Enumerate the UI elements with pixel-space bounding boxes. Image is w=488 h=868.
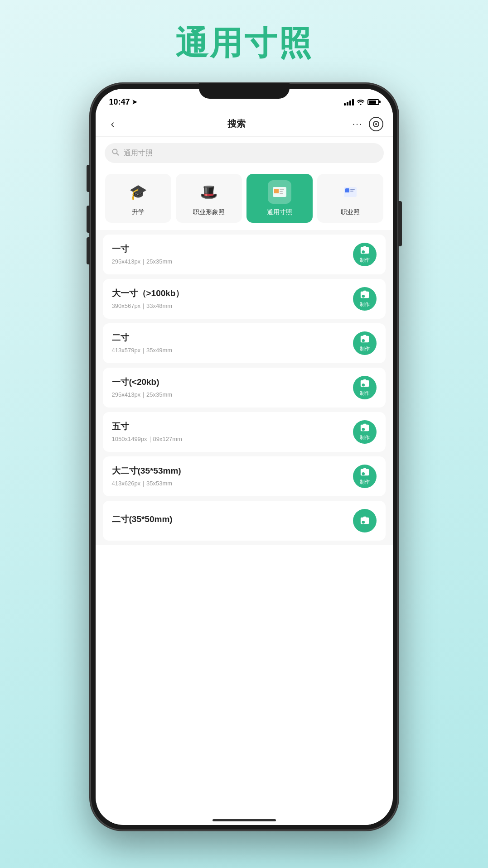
list-item-desc-4: 295x413px｜25x35mm — [112, 391, 353, 399]
list-item-desc-3: 413x579px｜35x49mm — [112, 346, 353, 355]
svg-point-1 — [375, 123, 377, 125]
category-label-school: 升学 — [132, 208, 145, 216]
battery-icon — [367, 99, 379, 105]
list-item[interactable]: 一寸 295x413px｜25x35mm 制作 — [103, 235, 386, 274]
list-item-info-3: 二寸 413x579px｜35x49mm — [112, 332, 353, 355]
list-item-title-4: 一寸(<20kb) — [112, 376, 353, 388]
camera-icon-2 — [360, 290, 370, 300]
list-item-desc-5: 1050x1499px｜89x127mm — [112, 435, 353, 443]
phone-screen: 10:47 ➤ — [96, 89, 393, 825]
svg-rect-7 — [280, 191, 283, 192]
camera-icon-4 — [360, 379, 370, 388]
svg-rect-12 — [350, 189, 355, 190]
make-button-7[interactable] — [353, 509, 377, 532]
phone-notch — [199, 83, 290, 99]
make-label-3: 制作 — [360, 345, 370, 352]
category-item-career-image[interactable]: 🎩 职业形象照 — [176, 174, 242, 223]
list-section: 一寸 295x413px｜25x35mm 制作 — [96, 230, 393, 545]
more-options-button[interactable]: ··· — [353, 119, 363, 129]
make-label-1: 制作 — [360, 257, 370, 264]
list-item-desc-2: 390x567px｜33x48mm — [112, 302, 353, 310]
make-button-2[interactable]: 制作 — [353, 287, 377, 311]
phone-shell: 10:47 ➤ — [90, 83, 398, 830]
list-item-info-4: 一寸(<20kb) 295x413px｜25x35mm — [112, 376, 353, 399]
school-icon: 🎓 — [129, 183, 147, 201]
category-label-professional: 职业照 — [341, 208, 360, 216]
svg-point-14 — [346, 189, 348, 191]
make-label-2: 制作 — [360, 301, 370, 308]
school-icon-wrap: 🎓 — [126, 180, 150, 204]
page-title: 通用寸照 — [175, 22, 313, 65]
list-item-info-5: 五寸 1050x1499px｜89x127mm — [112, 421, 353, 443]
career-image-icon: 🎩 — [200, 183, 218, 201]
list-item-title-2: 大一寸（>100kb） — [112, 288, 353, 299]
scroll-area[interactable]: ‹ 搜索 ··· — [96, 111, 393, 825]
list-item[interactable]: 一寸(<20kb) 295x413px｜25x35mm 制作 — [103, 368, 386, 408]
back-button[interactable]: ‹ — [105, 118, 121, 130]
list-item-title-7: 二寸(35*50mm) — [112, 513, 353, 525]
list-item[interactable]: 五寸 1050x1499px｜89x127mm 制作 — [103, 412, 386, 452]
scan-button[interactable] — [369, 117, 383, 131]
list-item-title-6: 大二寸(35*53mm) — [112, 465, 353, 477]
list-item[interactable]: 二寸 413x579px｜35x49mm 制作 — [103, 323, 386, 363]
svg-point-9 — [275, 189, 278, 192]
list-item[interactable]: 大一寸（>100kb） 390x567px｜33x48mm 制作 — [103, 279, 386, 319]
list-item-desc-1: 295x413px｜25x35mm — [112, 258, 353, 266]
svg-rect-6 — [280, 189, 284, 190]
list-item-info-2: 大一寸（>100kb） 390x567px｜33x48mm — [112, 288, 353, 310]
category-item-id-photo[interactable]: 通用寸照 — [246, 174, 313, 223]
list-item[interactable]: 大二寸(35*53mm) 413x626px｜35x53mm 制作 — [103, 456, 386, 496]
search-icon — [112, 149, 119, 158]
screen-content: ‹ 搜索 ··· — [96, 111, 393, 825]
camera-icon-6 — [360, 467, 370, 477]
list-item-info-6: 大二寸(35*53mm) 413x626px｜35x53mm — [112, 465, 353, 488]
app-header: ‹ 搜索 ··· — [96, 111, 393, 137]
category-item-school[interactable]: 🎓 升学 — [105, 174, 171, 223]
make-button-6[interactable]: 制作 — [353, 465, 377, 488]
camera-icon-3 — [360, 334, 370, 344]
category-label-id-photo: 通用寸照 — [267, 208, 292, 216]
search-container: 通用寸照 — [96, 137, 393, 169]
wifi-icon — [357, 99, 365, 105]
svg-rect-8 — [280, 193, 283, 194]
list-item-desc-6: 413x626px｜35x53mm — [112, 480, 353, 488]
professional-icon-wrap — [338, 180, 362, 204]
svg-line-3 — [116, 153, 118, 155]
make-button-5[interactable]: 制作 — [353, 420, 377, 444]
make-label-4: 制作 — [360, 390, 370, 397]
signal-icon — [344, 98, 354, 106]
id-photo-icon — [271, 184, 288, 200]
camera-icon-7 — [360, 516, 370, 526]
list-item-title-3: 二寸 — [112, 332, 353, 344]
make-button-4[interactable]: 制作 — [353, 376, 377, 399]
camera-icon-1 — [360, 245, 370, 255]
career-image-icon-wrap: 🎩 — [197, 180, 221, 204]
list-item-info-7: 二寸(35*50mm) — [112, 513, 353, 528]
phone-mockup: 10:47 ➤ — [90, 83, 398, 830]
category-label-career-image: 职业形象照 — [193, 208, 225, 216]
make-label-5: 制作 — [360, 434, 370, 441]
header-title: 搜索 — [227, 118, 246, 130]
status-time: 10:47 ➤ — [109, 97, 137, 107]
status-icons — [344, 98, 379, 106]
make-button-3[interactable]: 制作 — [353, 331, 377, 355]
list-item-info-1: 一寸 295x413px｜25x35mm — [112, 243, 353, 266]
search-placeholder: 通用寸照 — [124, 149, 153, 158]
id-photo-icon-wrap — [268, 180, 291, 204]
home-bar — [213, 819, 276, 821]
svg-rect-13 — [350, 191, 353, 192]
category-grid: 🎓 升学 🎩 职业形象照 — [96, 169, 393, 230]
category-item-professional[interactable]: 职业照 — [317, 174, 383, 223]
header-actions: ··· — [353, 117, 384, 131]
location-arrow-icon: ➤ — [132, 98, 137, 106]
make-label-6: 制作 — [360, 479, 370, 485]
list-item[interactable]: 二寸(35*50mm) — [103, 501, 386, 541]
camera-icon-5 — [360, 423, 370, 433]
make-button-1[interactable]: 制作 — [353, 243, 377, 266]
professional-icon — [342, 184, 358, 200]
list-item-title-5: 五寸 — [112, 421, 353, 432]
list-item-title-1: 一寸 — [112, 243, 353, 255]
search-bar[interactable]: 通用寸照 — [105, 143, 384, 163]
